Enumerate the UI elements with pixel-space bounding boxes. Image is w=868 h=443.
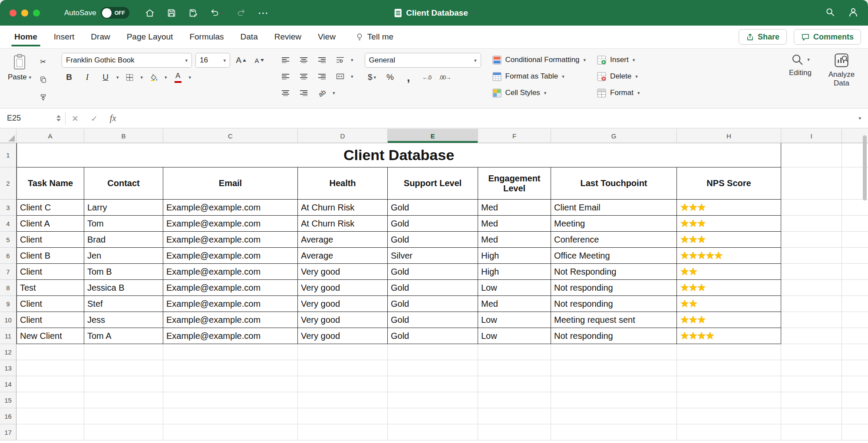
cell-A17[interactable] <box>17 424 84 440</box>
cell-C8[interactable]: Example@example.com <box>163 280 298 296</box>
cell-H6[interactable]: ★★★★★ <box>677 248 781 264</box>
cell-G13[interactable] <box>551 360 677 376</box>
cancel-entry-button[interactable]: ✕ <box>66 114 85 123</box>
cell-F8[interactable]: Low <box>478 280 551 296</box>
cell-E15[interactable] <box>388 392 478 408</box>
autosave-toggle[interactable]: OFF <box>101 7 129 19</box>
cell-C16[interactable] <box>163 408 298 424</box>
cell-I2[interactable] <box>781 167 842 200</box>
wrap-text-chevron-icon[interactable]: ▾ <box>351 57 353 63</box>
row-header-10[interactable]: 10 <box>0 312 17 328</box>
cell-C4[interactable]: Example@example.com <box>163 216 298 232</box>
cell-I17[interactable] <box>781 424 842 440</box>
cell-A6[interactable]: Client B <box>17 248 84 264</box>
percent-format-button[interactable]: % <box>383 70 398 84</box>
cell-B13[interactable] <box>84 360 163 376</box>
cell-I15[interactable] <box>781 392 842 408</box>
cell-C3[interactable]: Example@example.com <box>163 200 298 216</box>
tell-me-button[interactable]: Tell me <box>355 32 393 42</box>
cell-G9[interactable]: Not responding <box>551 296 677 312</box>
cell-A4[interactable]: Client A <box>17 216 84 232</box>
zoom-window-button[interactable] <box>33 10 40 16</box>
cell-G10[interactable]: Meeting request sent <box>551 312 677 328</box>
cell-B17[interactable] <box>84 424 163 440</box>
cell-G11[interactable]: Not responding <box>551 328 677 344</box>
cell-A12[interactable] <box>17 344 84 360</box>
cell-E8[interactable]: Gold <box>388 280 478 296</box>
cell-H11[interactable]: ★★★★ <box>677 328 781 344</box>
align-left-button[interactable] <box>278 69 293 83</box>
close-window-button[interactable] <box>10 10 17 16</box>
cell-I4[interactable] <box>781 216 842 232</box>
cell-C13[interactable] <box>163 360 298 376</box>
currency-format-button[interactable]: $▾ <box>365 70 380 84</box>
cell-A8[interactable]: Test <box>17 280 84 296</box>
increase-font-size-button[interactable]: A <box>234 53 248 67</box>
cell-C11[interactable]: Example@example.com <box>163 328 298 344</box>
cell-D13[interactable] <box>298 360 388 376</box>
header-cell-health[interactable]: Health <box>298 167 388 200</box>
cell-B5[interactable]: Brad <box>84 232 163 248</box>
analyze-data-button[interactable]: Analyze Data <box>823 53 860 88</box>
cell-A14[interactable] <box>17 376 84 392</box>
align-right-button[interactable] <box>314 69 329 83</box>
format-painter-button[interactable] <box>36 90 50 104</box>
merge-center-chevron-icon[interactable]: ▾ <box>351 74 353 79</box>
cell-B11[interactable]: Tom A <box>84 328 163 344</box>
align-top-button[interactable] <box>278 53 293 67</box>
format-cells-button[interactable]: Format ▾ <box>597 86 640 100</box>
format-as-table-button[interactable]: Format as Table ▾ <box>492 69 586 83</box>
cell-D15[interactable] <box>298 392 388 408</box>
cell-I1[interactable] <box>781 143 842 167</box>
cell-F12[interactable] <box>478 344 551 360</box>
tab-review[interactable]: Review <box>266 26 310 48</box>
cell-B6[interactable]: Jen <box>84 248 163 264</box>
column-header-F[interactable]: F <box>478 129 551 143</box>
row-header-14[interactable]: 14 <box>0 376 17 392</box>
cell-E14[interactable] <box>388 376 478 392</box>
redo-button[interactable] <box>236 8 246 18</box>
cell-B14[interactable] <box>84 376 163 392</box>
cell-F4[interactable]: Med <box>478 216 551 232</box>
merge-center-button[interactable] <box>333 69 347 83</box>
tab-view[interactable]: View <box>310 26 344 48</box>
cell-B16[interactable] <box>84 408 163 424</box>
column-header-H[interactable]: H <box>677 129 781 143</box>
row-header-11[interactable]: 11 <box>0 328 17 344</box>
cell-G4[interactable]: Meeting <box>551 216 677 232</box>
cell-H9[interactable]: ★★ <box>677 296 781 312</box>
row-header-8[interactable]: 8 <box>0 280 17 296</box>
insert-function-button[interactable]: fx <box>104 113 122 123</box>
cell-D10[interactable]: Very good <box>298 312 388 328</box>
save-button[interactable] <box>167 8 176 18</box>
document-title[interactable]: Client Database ▾ <box>393 8 475 18</box>
cell-E6[interactable]: Silver <box>388 248 478 264</box>
font-name-select[interactable]: Franklin Gothic Book ▾ <box>62 53 192 68</box>
align-bottom-button[interactable] <box>314 53 329 67</box>
row-header-12[interactable]: 12 <box>0 344 17 360</box>
row-header-1[interactable]: 1 <box>0 143 17 167</box>
row-header-13[interactable]: 13 <box>0 360 17 376</box>
header-cell-email[interactable]: Email <box>163 167 298 200</box>
paste-button[interactable]: Paste▾ <box>8 53 31 104</box>
copy-button[interactable] <box>36 72 50 86</box>
comma-format-button[interactable]: , <box>401 70 416 84</box>
formula-input[interactable] <box>122 108 851 128</box>
conditional-formatting-button[interactable]: Conditional Formatting ▾ <box>492 53 586 67</box>
name-box-stepper[interactable] <box>56 115 61 121</box>
cell-A11[interactable]: New Client <box>17 328 84 344</box>
cell-G8[interactable]: Not responding <box>551 280 677 296</box>
column-header-D[interactable]: D <box>298 129 388 143</box>
cell-F6[interactable]: High <box>478 248 551 264</box>
name-box[interactable]: E25 <box>0 108 65 128</box>
cell-D4[interactable]: At Churn Risk <box>298 216 388 232</box>
vertical-scrollbar[interactable] <box>863 135 867 200</box>
cell-H17[interactable] <box>677 424 781 440</box>
delete-cells-button[interactable]: Delete ▾ <box>597 69 640 83</box>
cell-I5[interactable] <box>781 232 842 248</box>
column-header-E[interactable]: E <box>388 129 478 143</box>
row-header-2[interactable]: 2 <box>0 167 17 200</box>
cell-E10[interactable]: Gold <box>388 312 478 328</box>
cell-G5[interactable]: Conference <box>551 232 677 248</box>
cell-D9[interactable]: Very good <box>298 296 388 312</box>
